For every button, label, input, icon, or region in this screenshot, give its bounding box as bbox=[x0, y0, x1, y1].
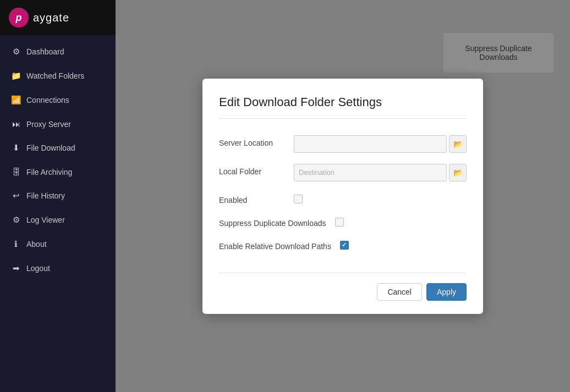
sidebar-item-label: Dashboard bbox=[26, 47, 64, 56]
sidebar-item-logout[interactable]: ➡ Logout bbox=[0, 256, 116, 280]
about-icon: ℹ bbox=[11, 239, 21, 249]
local-folder-row: Local Folder 📂 bbox=[219, 164, 467, 181]
sidebar: p aygate ⚙ Dashboard📁 Watched Folders📶 C… bbox=[0, 0, 116, 392]
sidebar-item-label: File History bbox=[26, 191, 65, 200]
sidebar-item-about[interactable]: ℹ About bbox=[0, 232, 116, 256]
server-location-input[interactable] bbox=[294, 135, 447, 153]
suppress-duplicate-row: Suppress Duplicate Downloads bbox=[219, 216, 467, 228]
sidebar-nav: ⚙ Dashboard📁 Watched Folders📶 Connection… bbox=[0, 35, 116, 392]
folder-icon: 📂 bbox=[453, 168, 463, 177]
server-location-control: 📂 bbox=[294, 135, 467, 153]
sidebar-item-dashboard[interactable]: ⚙ Dashboard bbox=[0, 40, 116, 64]
file-history-icon: ↩ bbox=[11, 191, 21, 201]
sidebar-item-file-download[interactable]: ⬇ File Download bbox=[0, 136, 116, 160]
enable-relative-checkbox[interactable] bbox=[340, 241, 349, 250]
enabled-checkbox-wrap bbox=[294, 192, 303, 203]
logout-icon: ➡ bbox=[11, 263, 21, 273]
server-location-label: Server Location bbox=[219, 135, 285, 147]
main-area: Suppress Duplicate Downloads Edit Downlo… bbox=[116, 0, 570, 392]
modal-overlay: Edit Download Folder Settings Server Loc… bbox=[116, 0, 570, 392]
enabled-label: Enabled bbox=[219, 192, 285, 205]
modal-body: Server Location 📂 Local Folder 📂 bbox=[219, 130, 467, 273]
watched-folders-icon: 📁 bbox=[11, 71, 21, 81]
logo: p aygate bbox=[0, 0, 116, 35]
logo-letter: p bbox=[16, 12, 22, 24]
sidebar-item-watched-folders[interactable]: 📁 Watched Folders bbox=[0, 64, 116, 88]
sidebar-item-file-history[interactable]: ↩ File History bbox=[0, 184, 116, 208]
local-folder-control: 📂 bbox=[294, 164, 467, 181]
suppress-duplicate-checkbox[interactable] bbox=[335, 218, 344, 227]
cancel-button[interactable]: Cancel bbox=[377, 283, 422, 301]
enabled-row: Enabled bbox=[219, 192, 467, 205]
modal-title: Edit Download Folder Settings bbox=[219, 95, 467, 119]
sidebar-item-label: Connections bbox=[26, 96, 69, 104]
local-folder-label: Local Folder bbox=[219, 164, 285, 176]
sidebar-item-label: File Archiving bbox=[26, 168, 72, 176]
enable-relative-checkbox-wrap bbox=[340, 239, 349, 250]
enabled-checkbox[interactable] bbox=[294, 195, 303, 203]
apply-button[interactable]: Apply bbox=[426, 283, 467, 301]
sidebar-item-label: Logout bbox=[26, 264, 50, 273]
log-viewer-icon: ⚙ bbox=[11, 215, 21, 225]
sidebar-item-log-viewer[interactable]: ⚙ Log Viewer bbox=[0, 208, 116, 232]
suppress-duplicate-label: Suppress Duplicate Downloads bbox=[219, 216, 326, 228]
enable-relative-label: Enable Relative Download Paths bbox=[219, 239, 331, 251]
server-location-row: Server Location 📂 bbox=[219, 135, 467, 153]
server-location-browse-button[interactable]: 📂 bbox=[449, 135, 467, 153]
sidebar-item-label: Log Viewer bbox=[26, 216, 65, 224]
file-archiving-icon: 🗄 bbox=[11, 167, 21, 176]
sidebar-item-label: File Download bbox=[26, 143, 75, 152]
connections-icon: 📶 bbox=[11, 95, 21, 105]
edit-download-folder-modal: Edit Download Folder Settings Server Loc… bbox=[202, 79, 483, 314]
suppress-duplicate-checkbox-wrap bbox=[335, 216, 344, 227]
sidebar-item-connections[interactable]: 📶 Connections bbox=[0, 88, 116, 112]
local-folder-browse-button[interactable]: 📂 bbox=[449, 164, 467, 181]
sidebar-item-label: About bbox=[26, 240, 47, 249]
dashboard-icon: ⚙ bbox=[11, 47, 21, 57]
file-download-icon: ⬇ bbox=[11, 143, 21, 153]
proxy-server-icon: ⏭ bbox=[11, 119, 21, 129]
modal-footer: Cancel Apply bbox=[219, 273, 467, 301]
enable-relative-row: Enable Relative Download Paths bbox=[219, 239, 467, 251]
sidebar-item-proxy-server[interactable]: ⏭ Proxy Server bbox=[0, 112, 116, 136]
sidebar-item-label: Watched Folders bbox=[26, 71, 84, 80]
folder-icon: 📂 bbox=[453, 140, 463, 148]
logo-name: aygate bbox=[33, 12, 69, 24]
logo-icon: p bbox=[9, 8, 29, 27]
sidebar-item-label: Proxy Server bbox=[26, 120, 71, 129]
sidebar-item-file-archiving[interactable]: 🗄 File Archiving bbox=[0, 160, 116, 184]
local-folder-input[interactable] bbox=[294, 164, 447, 181]
